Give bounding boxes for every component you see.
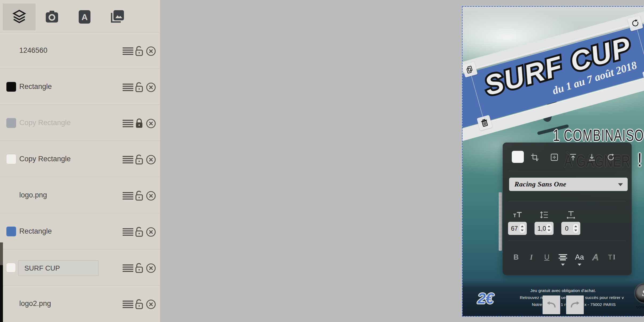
undo-icon — [545, 299, 558, 311]
chevron-down-icon — [618, 183, 623, 186]
panel-divider — [509, 201, 626, 201]
lock-open-icon[interactable] — [134, 154, 145, 165]
crop-icon[interactable] — [530, 153, 539, 162]
lock-open-icon[interactable] — [134, 227, 145, 237]
letter-spacing-input[interactable]: 0 — [561, 222, 580, 235]
text-color-button[interactable]: A — [590, 252, 601, 263]
svg-text:A: A — [81, 12, 88, 22]
line-height-stepper[interactable] — [546, 223, 552, 233]
tab-text[interactable]: A — [68, 3, 101, 30]
close-icon[interactable] — [146, 82, 156, 93]
legal-line1: Jeu gratuit avec obligation d'achat. — [463, 288, 644, 293]
font-size-value: 67 — [511, 225, 518, 232]
layer-label: 1246560 — [19, 46, 47, 55]
text-cursor-button[interactable]: T I — [606, 252, 617, 263]
redo-icon — [569, 299, 581, 311]
layer-row-locked[interactable]: Copy Rectangle — [0, 104, 160, 141]
layer-color-swatch — [6, 154, 16, 164]
menu-icon[interactable] — [123, 227, 133, 237]
close-icon[interactable] — [146, 227, 156, 237]
panel-divider — [509, 171, 626, 171]
menu-icon[interactable] — [123, 46, 133, 57]
layer-row[interactable]: Rectangle — [0, 213, 160, 249]
chevron-down-icon[interactable] — [561, 264, 565, 266]
lock-open-icon[interactable] — [134, 46, 145, 57]
menu-icon[interactable] — [123, 299, 133, 310]
legal-line2-right: succès pour retirer v — [585, 295, 624, 300]
line-height-input[interactable]: 1,00 — [535, 222, 554, 235]
layers-icon — [12, 10, 26, 24]
font-family-value: Racing Sans One — [514, 180, 566, 188]
bold-button[interactable]: B — [511, 252, 521, 263]
tab-layers[interactable] — [3, 3, 36, 30]
menu-icon[interactable] — [123, 190, 133, 201]
chevron-down-icon[interactable] — [578, 264, 581, 266]
layer-row[interactable]: 1246560 — [0, 32, 160, 68]
underline-button[interactable]: U — [541, 252, 552, 263]
font-family-select[interactable]: Racing Sans One — [509, 178, 628, 191]
legal-line3-right: x - 75002 PARIS — [584, 302, 616, 307]
line-height-icon — [539, 210, 549, 220]
tab-photo[interactable] — [35, 3, 68, 30]
layer-row[interactable]: Rectangle — [0, 68, 160, 104]
text-case-button[interactable]: Aa — [574, 252, 585, 263]
prize-exclamation[interactable]: ! — [637, 149, 642, 171]
layer-label: Copy Rectangle — [19, 119, 71, 127]
letter-spacing-stepper[interactable] — [573, 223, 579, 233]
close-icon[interactable] — [146, 299, 156, 310]
lock-open-icon[interactable] — [134, 263, 145, 274]
align-center-icon — [559, 254, 567, 260]
rotate-icon — [630, 18, 641, 29]
camera-icon — [45, 10, 59, 23]
font-size-input[interactable]: 67 — [508, 222, 527, 235]
font-size-stepper[interactable] — [519, 223, 525, 233]
menu-icon[interactable] — [123, 154, 133, 165]
layer-name-input[interactable] — [18, 260, 99, 276]
move-down-icon[interactable] — [587, 153, 596, 162]
italic-button[interactable]: I — [526, 252, 537, 263]
align-center-button[interactable] — [558, 252, 568, 263]
letter-spacing-icon — [566, 210, 576, 220]
tab-images[interactable] — [101, 3, 134, 30]
lock-open-icon[interactable] — [134, 190, 145, 201]
close-icon[interactable] — [146, 118, 156, 129]
layer-label: Copy Rectangle — [19, 155, 71, 163]
lock-open-icon[interactable] — [134, 82, 145, 93]
prize-text-line1[interactable]: 1 COMBINAISON — [553, 126, 644, 145]
edge-scroll-strip — [0, 242, 3, 322]
scratch-zone-strip — [499, 192, 502, 251]
close-icon[interactable] — [146, 263, 156, 274]
align-top-icon[interactable] — [569, 153, 578, 162]
canvas-area: SURF CUP SURF CUP du 1 au 7 août 2018 1 … — [161, 0, 644, 322]
close-icon[interactable] — [146, 190, 156, 201]
text-color-swatch[interactable] — [512, 151, 524, 163]
rotate-element-icon[interactable] — [606, 153, 615, 162]
menu-icon[interactable] — [123, 118, 133, 129]
layer-color-swatch — [6, 118, 16, 128]
legal-line2-left: Retrouvez n — [520, 295, 543, 300]
menu-icon[interactable] — [123, 82, 133, 93]
lock-open-icon[interactable] — [134, 299, 145, 310]
menu-icon[interactable] — [123, 263, 133, 274]
text-format-panel: Racing Sans One 67 1,00 0 B I U — [503, 143, 632, 275]
layer-label: Rectangle — [19, 83, 52, 91]
layer-label: logo2.png — [19, 299, 51, 308]
images-icon — [110, 10, 124, 24]
layer-row[interactable]: logo2.png — [0, 285, 160, 321]
layer-row[interactable]: logo.png — [0, 177, 160, 213]
close-icon[interactable] — [146, 154, 156, 165]
close-icon[interactable] — [146, 46, 156, 57]
redo-button[interactable] — [566, 295, 584, 314]
sidebar-tabbar: A — [0, 0, 160, 32]
layer-row[interactable]: Copy Rectangle — [0, 141, 160, 177]
layer-color-swatch — [6, 82, 16, 92]
layer-label: logo.png — [19, 191, 47, 199]
border-dots-icon[interactable] — [550, 153, 559, 162]
undo-button[interactable] — [543, 295, 560, 314]
font-size-icon — [513, 210, 522, 220]
layer-row-text[interactable] — [0, 249, 160, 285]
lock-closed-icon[interactable] — [134, 118, 145, 129]
panel-divider — [509, 241, 626, 241]
layer-color-swatch — [6, 263, 16, 272]
layers-sidebar: A 1246560 Rectangle — [0, 0, 160, 322]
